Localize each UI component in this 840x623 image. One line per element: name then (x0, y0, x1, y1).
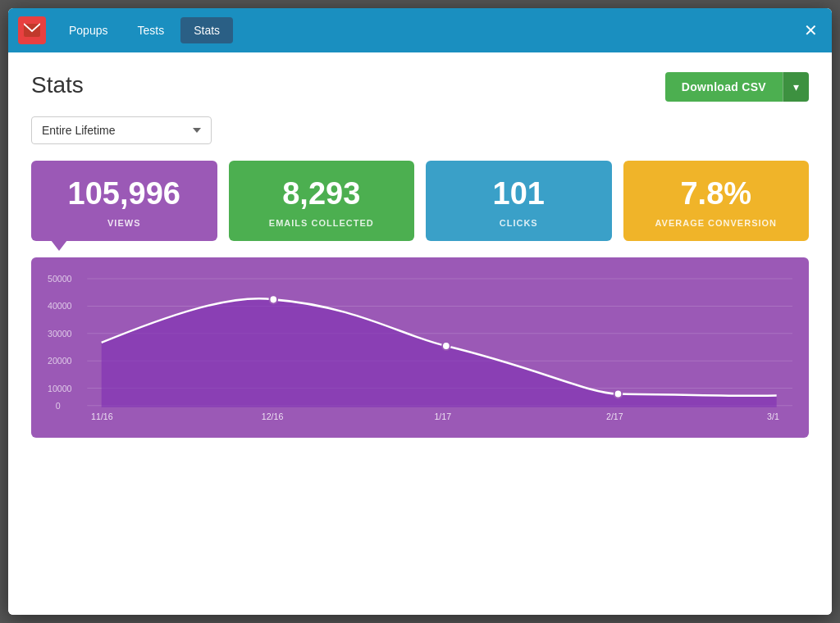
download-csv-button[interactable]: Download CSV (665, 72, 783, 102)
svg-text:50000: 50000 (48, 274, 72, 284)
stat-card-views: 105,996 VIEWS (31, 161, 217, 241)
stat-number-conversion: 7.8% (680, 177, 751, 211)
svg-text:0: 0 (56, 400, 61, 410)
x-label-mar: 3/1 (767, 411, 779, 421)
chart-point-dec (269, 295, 277, 303)
chart-svg: 50000 40000 30000 20000 10000 0 (48, 271, 792, 428)
stat-number-clicks: 101 (493, 177, 545, 211)
content-header: Stats Download CSV ▾ (31, 72, 809, 102)
x-label-feb: 2/17 (606, 411, 623, 421)
lifetime-filter-select[interactable]: Entire Lifetime Last 7 Days Last 30 Days… (31, 116, 212, 144)
stat-number-emails: 8,293 (282, 177, 360, 211)
header-actions: Download CSV ▾ (665, 72, 809, 102)
app-window: Popups Tests Stats ✕ Stats Download CSV … (8, 8, 832, 615)
titlebar: Popups Tests Stats ✕ (8, 8, 832, 52)
nav-tab-tests[interactable]: Tests (124, 17, 177, 43)
stat-card-clicks: 101 CLICKS (426, 161, 612, 241)
chart-point-jan (442, 342, 450, 350)
x-label-dec: 12/16 (262, 411, 284, 421)
svg-text:30000: 30000 (48, 328, 72, 338)
main-content: Stats Download CSV ▾ Entire Lifetime Las… (8, 52, 832, 615)
stat-card-conversion: 7.8% AVERAGE CONVERSION (623, 161, 810, 241)
filter-row: Entire Lifetime Last 7 Days Last 30 Days… (31, 116, 809, 144)
stat-label-emails: EMAILS COLLECTED (269, 218, 374, 228)
svg-text:20000: 20000 (48, 356, 72, 366)
stats-cards: 105,996 VIEWS 8,293 EMAILS COLLECTED 101… (31, 161, 809, 241)
stat-label-views: VIEWS (107, 218, 140, 228)
stat-label-clicks: CLICKS (500, 218, 538, 228)
chart-container: 50000 40000 30000 20000 10000 0 (31, 257, 809, 438)
stat-label-conversion: AVERAGE CONVERSION (655, 218, 777, 228)
close-icon[interactable]: ✕ (799, 19, 822, 42)
stat-number-views: 105,996 (68, 177, 180, 211)
page-title: Stats (31, 72, 84, 98)
nav-tab-popups[interactable]: Popups (56, 17, 121, 43)
x-label-jan: 1/17 (434, 411, 451, 421)
x-label-nov: 11/16 (91, 411, 113, 421)
stat-card-emails: 8,293 EMAILS COLLECTED (229, 161, 415, 241)
app-logo (18, 16, 46, 44)
svg-text:10000: 10000 (48, 383, 72, 393)
chart-area (102, 298, 777, 407)
chart-point-feb (614, 389, 623, 398)
download-dropdown-button[interactable]: ▾ (783, 72, 809, 102)
nav-tab-stats[interactable]: Stats (180, 17, 233, 43)
svg-text:40000: 40000 (48, 301, 72, 311)
